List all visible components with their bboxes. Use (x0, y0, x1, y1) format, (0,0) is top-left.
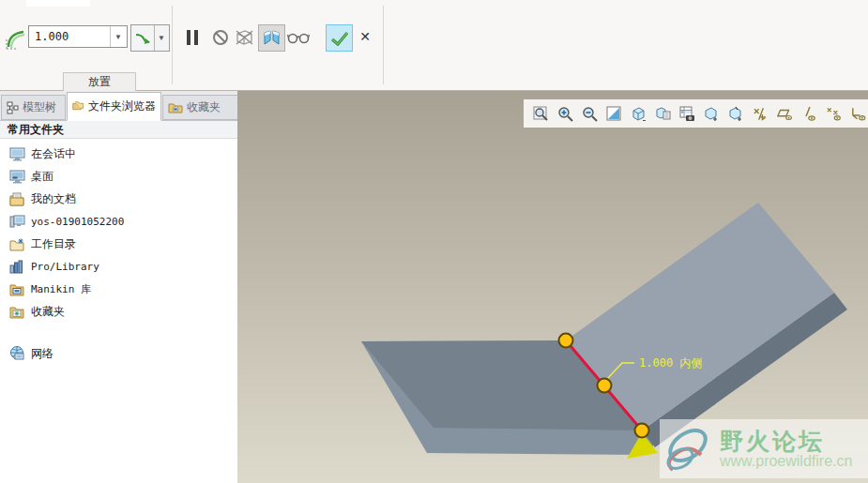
watermark-title: 野火论坛 (720, 429, 852, 453)
tab-folder-browser[interactable]: 文件夹浏览器 (67, 92, 161, 121)
folder-item-computer[interactable]: yos-01901052200 (0, 210, 237, 233)
accept-check-icon (330, 30, 349, 47)
tab-label: 收藏夹 (187, 99, 221, 115)
bend-radius-combobox[interactable]: ▼ (28, 25, 128, 48)
in-graphics-toolbar (524, 99, 868, 128)
manikin-library-icon (9, 282, 25, 296)
verify-glasses-icon[interactable] (287, 26, 310, 49)
repaint-icon[interactable] (606, 106, 622, 122)
bend-dimension-label[interactable]: 1.000 内侧 (639, 356, 702, 370)
favorites-folder-icon (9, 305, 25, 319)
watermark-url: www.proewildfire.cn (720, 453, 852, 470)
folder-item-favorites[interactable]: 收藏夹 (0, 300, 237, 323)
navigator-tabstrip: 模型树 文件夹浏览器 收藏夹 (0, 91, 237, 121)
placement-label: 放置 (88, 74, 111, 90)
axis-display-icon[interactable] (801, 106, 817, 122)
wireframe-preview-icon[interactable] (233, 26, 255, 49)
accept-button[interactable] (326, 24, 353, 52)
folder-item-working-directory[interactable]: 工作目录 (0, 233, 237, 255)
network-icon (9, 346, 25, 361)
desktop-icon (9, 170, 25, 184)
model-tree-icon (7, 101, 19, 114)
forum-logo-icon (660, 421, 718, 477)
folder-item-pro-library[interactable]: Pro/Library (0, 255, 237, 278)
pause-icon[interactable] (181, 26, 204, 49)
graphics-viewport[interactable]: 1.000 内侧 (237, 91, 868, 483)
favorites-icon (168, 101, 183, 113)
no-preview-icon[interactable] (209, 26, 232, 49)
zoom-out-icon[interactable] (582, 106, 598, 122)
view-manager-icon[interactable] (679, 106, 695, 122)
bend-radius-icon (5, 26, 25, 51)
ribbon: ▼ ▼ (0, 0, 868, 91)
my-documents-icon (9, 192, 25, 206)
display-style-icon[interactable] (631, 106, 647, 122)
folder-item-my-documents[interactable]: 我的文档 (0, 188, 237, 210)
common-folders-header: 常用文件夹 (0, 121, 237, 139)
bend-direction-button[interactable]: ▼ (130, 24, 170, 52)
point-display-icon[interactable] (826, 106, 842, 122)
folder-item-manikin-library[interactable]: Manikin 库 (0, 278, 237, 300)
tab-label: 文件夹浏览器 (88, 98, 156, 114)
quick-access-toolbar-stub (26, 0, 90, 7)
working-directory-icon (9, 237, 25, 251)
folder-item-in-session[interactable]: 在会话中 (0, 143, 237, 165)
refit-icon[interactable] (533, 106, 549, 122)
bend-radius-input[interactable] (29, 28, 110, 45)
folder-browser-icon (72, 99, 84, 113)
geometry-preview-icon (263, 29, 282, 47)
bend-handle-mid[interactable] (598, 379, 612, 393)
folder-item-network[interactable]: 网络 (0, 342, 237, 365)
ribbon-separator (172, 6, 173, 84)
annotation-display-icon[interactable] (777, 106, 793, 122)
saved-orientations-icon[interactable] (655, 106, 671, 122)
csys-display-icon[interactable] (728, 106, 744, 122)
tab-favorites[interactable]: 收藏夹 (162, 95, 238, 120)
bend-direction-dropdown-arrow-icon[interactable]: ▼ (154, 25, 168, 51)
ribbon-separator (383, 6, 384, 84)
zoom-in-icon[interactable] (557, 106, 573, 122)
library-icon (9, 260, 25, 274)
navigator-sidebar: 模型树 文件夹浏览器 收藏夹 常用文件夹 在会话中 (0, 91, 238, 483)
plane-display-icon[interactable] (704, 106, 720, 122)
radius-dropdown-arrow-icon[interactable]: ▼ (110, 26, 126, 47)
tab-model-tree[interactable]: 模型树 (1, 95, 66, 120)
bend-direction-icon (131, 25, 154, 51)
bend-handle-start[interactable] (559, 334, 573, 348)
folder-item-desktop[interactable]: 桌面 (0, 165, 237, 188)
forum-watermark: 野火论坛 www.proewildfire.cn (660, 419, 868, 478)
placement-panel-button[interactable]: 放置 (63, 72, 136, 91)
geometry-preview-button[interactable] (258, 24, 285, 52)
bend-handle-end[interactable] (635, 424, 649, 438)
csys-visibility-icon[interactable] (850, 106, 866, 122)
datum-display-icon[interactable] (753, 106, 769, 122)
in-session-monitor-icon (9, 147, 25, 161)
computer-icon (9, 215, 25, 229)
cancel-x-icon[interactable]: ✕ (356, 27, 374, 46)
tab-label: 模型树 (23, 99, 56, 115)
